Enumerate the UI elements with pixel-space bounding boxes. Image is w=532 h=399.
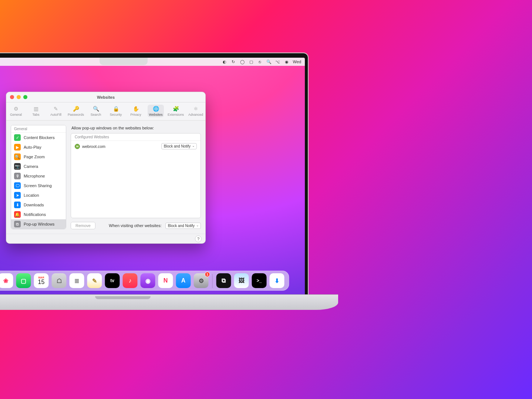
shield-check-icon: ✓ — [14, 134, 21, 141]
tab-security[interactable]: 🔒Security — [108, 105, 124, 117]
website-cell: w webroot.com — [75, 144, 105, 149]
sidebar-item-label: Screen Sharing — [24, 183, 52, 188]
websites-main-pane: Allow pop-up windows on the websites bel… — [71, 125, 201, 229]
sidebar-item-content-blockers[interactable]: ✓ Content Blockers — [11, 133, 66, 142]
table-header: Configured Websites — [71, 133, 201, 141]
laptop-screen: elp ◐ ↻ ◯ ▢ ⎋ 🔍 ⌥ ◉ Wed — [0, 58, 305, 294]
favicon-icon: w — [75, 144, 80, 149]
dock-facetime[interactable]: ▢ — [16, 273, 31, 288]
sidebar-item-popup-windows[interactable]: ⧉ Pop-up Windows — [11, 219, 66, 229]
dock-terminal[interactable]: >_ — [252, 273, 267, 288]
windows-icon: ⧉ — [14, 221, 21, 227]
preferences-body: General ✓ Content Blockers ▶ Auto-Play 🔍… — [6, 121, 205, 234]
pane-heading: Allow pop-up windows on the websites bel… — [71, 126, 200, 130]
laptop-mockup: elp ◐ ↻ ◯ ▢ ⎋ 🔍 ⌥ ◉ Wed — [0, 53, 309, 310]
magnify-icon: 🔍 — [14, 153, 21, 160]
sidebar-item-screen-sharing[interactable]: 🖵 Screen Sharing — [11, 181, 66, 190]
gear-icon: ⚙ — [13, 105, 19, 112]
close-button[interactable] — [10, 95, 14, 99]
remove-button[interactable]: Remove — [71, 222, 95, 229]
sidebar-item-label: Content Blockers — [24, 135, 55, 140]
window-title: Websites — [6, 95, 205, 99]
dock-notes[interactable]: ✎ — [87, 273, 102, 288]
sidebar-item-location[interactable]: ➤ Location — [11, 190, 66, 200]
location-arrow-icon: ➤ — [14, 192, 21, 199]
macos-menubar: elp ◐ ↻ ◯ ▢ ⎋ 🔍 ⌥ ◉ Wed — [0, 58, 305, 66]
user-icon[interactable]: ◯ — [240, 59, 245, 64]
sidebar-item-label: Notifications — [24, 212, 46, 217]
download-icon: ⬇ — [14, 202, 21, 208]
tab-general[interactable]: ⚙General — [8, 105, 24, 117]
sidebar-item-label: Auto-Play — [24, 145, 41, 149]
sidebar-item-label: Microphone — [24, 174, 45, 178]
other-websites-label: When visiting other websites: — [109, 223, 161, 228]
hand-icon: ✋ — [132, 105, 139, 112]
autofill-icon: ✎ — [53, 105, 59, 112]
dock-news[interactable]: N — [158, 273, 173, 288]
website-row[interactable]: w webroot.com Block and Notify — [71, 141, 201, 152]
dock-photos[interactable]: ❀ — [0, 273, 13, 288]
dock-appstore[interactable]: A — [176, 273, 191, 288]
sidebar-item-downloads[interactable]: ⬇ Downloads — [11, 200, 66, 210]
zoom-button[interactable] — [23, 95, 27, 99]
tab-websites[interactable]: 🌐Websites — [148, 105, 164, 117]
tab-tabs[interactable]: ▥Tabs — [28, 105, 44, 117]
microphone-icon: 🎙 — [14, 173, 21, 179]
wifi-icon[interactable]: ⎋ — [257, 59, 263, 64]
control-center-icon[interactable]: ⌥ — [275, 59, 280, 64]
dock-calendar[interactable]: MAR15 — [34, 273, 49, 288]
other-websites-policy-select[interactable]: Block and Notify — [165, 223, 201, 229]
dock-contacts[interactable]: ☖ — [52, 273, 67, 288]
siri-icon[interactable]: ◉ — [284, 59, 289, 64]
menubar-date[interactable]: Wed — [293, 60, 301, 64]
sidebar-item-microphone[interactable]: 🎙 Microphone — [11, 171, 66, 181]
tab-privacy[interactable]: ✋Privacy — [128, 105, 144, 117]
dock-preview[interactable]: 🖼 — [234, 273, 249, 288]
badge-count: 1 — [205, 272, 210, 277]
sidebar-section-header: General — [11, 125, 66, 133]
puzzle-icon: 🧩 — [172, 105, 179, 112]
sidebar-item-page-zoom[interactable]: 🔍 Page Zoom — [11, 152, 66, 162]
timemachine-icon[interactable]: ↻ — [231, 59, 236, 64]
dock-podcasts[interactable]: ◉ — [141, 273, 155, 288]
pane-footer: Remove When visiting other websites: Blo… — [71, 222, 201, 229]
laptop-bezel: elp ◐ ↻ ◯ ▢ ⎋ 🔍 ⌥ ◉ Wed — [0, 53, 309, 294]
camera-icon: 📷 — [14, 163, 21, 170]
dock-separator — [212, 274, 213, 288]
tab-advanced[interactable]: ⚛Advanced — [188, 105, 204, 117]
sidebar-item-label: Pop-up Windows — [24, 222, 54, 226]
window-titlebar[interactable]: Websites — [6, 92, 205, 102]
dock-tv[interactable]: tv — [105, 273, 120, 288]
laptop-base — [0, 294, 338, 310]
sidebar-item-notifications[interactable]: 🔔 Notifications — [11, 210, 66, 219]
sidebar-item-label: Page Zoom — [24, 155, 45, 159]
help-button[interactable]: ? — [195, 236, 202, 242]
sidebar-item-auto-play[interactable]: ▶ Auto-Play — [11, 142, 66, 152]
configured-websites-table: Configured Websites w webroot.com Block … — [71, 133, 201, 218]
website-domain: webroot.com — [82, 144, 105, 149]
tab-extensions[interactable]: 🧩Extensions — [168, 105, 184, 117]
globe-icon: 🌐 — [152, 105, 159, 112]
do-not-disturb-icon[interactable]: ◐ — [222, 59, 227, 64]
website-policy-select[interactable]: Block and Notify — [161, 143, 197, 149]
safari-preferences-window: Websites ⚙General ▥Tabs ✎AutoFill 🔑Passw… — [6, 92, 206, 244]
menubar-status-area: ◐ ↻ ◯ ▢ ⎋ 🔍 ⌥ ◉ Wed — [222, 59, 301, 64]
sidebar-item-camera[interactable]: 📷 Camera — [11, 162, 66, 171]
sidebar-item-label: Downloads — [24, 203, 44, 207]
websites-sidebar: General ✓ Content Blockers ▶ Auto-Play 🔍… — [11, 125, 66, 229]
spotlight-icon[interactable]: 🔍 — [266, 59, 272, 64]
screen-icon: 🖵 — [14, 182, 21, 189]
bell-icon: 🔔 — [14, 211, 21, 218]
dock-music[interactable]: ♪ — [123, 273, 138, 288]
tab-autofill[interactable]: ✎AutoFill — [48, 105, 64, 117]
minimize-button[interactable] — [17, 95, 21, 99]
dock-system-preferences[interactable]: ⚙1 — [194, 273, 209, 288]
tab-passwords[interactable]: 🔑Passwords — [68, 105, 84, 117]
dock-downloads[interactable]: ⬇ — [270, 273, 284, 288]
display-icon[interactable]: ▢ — [249, 59, 254, 64]
dock-reminders[interactable]: ≣ — [70, 273, 84, 288]
dock-activity-monitor[interactable]: ⧉ — [216, 273, 231, 288]
window-help-bar: ? — [6, 234, 205, 243]
preferences-toolbar: ⚙General ▥Tabs ✎AutoFill 🔑Passwords 🔍Sea… — [6, 102, 205, 121]
tab-search[interactable]: 🔍Search — [88, 105, 104, 117]
